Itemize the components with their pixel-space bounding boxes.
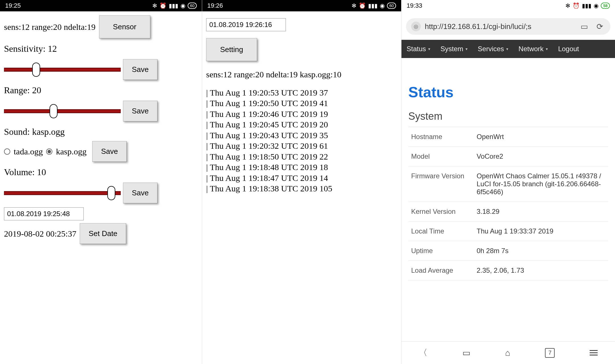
save-range-button[interactable]: Save xyxy=(123,101,157,121)
menu-icon[interactable] xyxy=(590,350,598,355)
battery-badge: 60 xyxy=(188,3,197,9)
save-volume-button[interactable]: Save xyxy=(123,183,157,203)
clock: 19:25 xyxy=(5,2,21,9)
table-key: Kernel Version xyxy=(411,208,477,216)
table-row: Load Average2.35, 2.06, 1.73 xyxy=(408,261,608,280)
reader-icon[interactable]: ▭ xyxy=(578,22,590,31)
log-line: | Thu Aug 1 19:20:53 UTC 2019 37 xyxy=(206,87,397,98)
nav-status[interactable]: Status▾ xyxy=(401,45,435,53)
panel-sensor-config: 19:25 ✻ ⏰ ▮▮▮ ◉ 60 sens:12 range:20 ndel… xyxy=(0,0,202,364)
date-display: 2019-08-02 00:25:37 xyxy=(4,229,76,239)
log-line: | Thu Aug 1 19:18:47 UTC 2019 14 xyxy=(206,173,397,183)
volume-slider[interactable] xyxy=(4,187,121,199)
table-key: Load Average xyxy=(411,266,477,274)
table-value: OpenWrt xyxy=(477,133,605,141)
log-line: | Thu Aug 1 19:18:48 UTC 2019 18 xyxy=(206,162,397,173)
table-row: Kernel Version3.18.29 xyxy=(408,202,608,222)
table-row: Firmware VersionOpenWrt Chaos Calmer 15.… xyxy=(408,166,608,202)
log-line: | Thu Aug 1 19:18:38 UTC 2019 105 xyxy=(206,183,397,194)
status-icons: ✻ ⏰ ▮▮▮ ◉ 60 xyxy=(152,2,197,9)
set-date-button[interactable]: Set Date xyxy=(80,223,126,244)
status-icons: ✻ ⏰ ▮▮▮ ◉ 60 xyxy=(352,2,396,9)
log-line: | Thu Aug 1 19:20:43 UTC 2019 35 xyxy=(206,130,397,141)
table-key: Firmware Version xyxy=(411,172,477,196)
panel-browser: 19:33 ✻ ⏰ ▮▮▮ ◉ 58 ◎ http://192.168.61.1… xyxy=(401,0,615,364)
table-key: Hostname xyxy=(411,133,477,141)
site-icon: ◎ xyxy=(411,22,421,31)
alarm-icon: ⏰ xyxy=(573,2,580,9)
table-row: HostnameOpenWrt xyxy=(408,127,608,147)
nav-services[interactable]: Services▾ xyxy=(473,45,513,53)
radio-tada-label: tada.ogg xyxy=(14,147,43,156)
home-icon[interactable]: ⌂ xyxy=(505,348,510,358)
battery-badge: 60 xyxy=(387,3,396,9)
signal-icon: ▮▮▮ xyxy=(368,2,378,9)
sound-label: Sound: kasp.ogg xyxy=(4,127,198,137)
clock: 19:33 xyxy=(407,2,422,9)
chevron-down-icon: ▾ xyxy=(428,47,430,51)
url-text: http://192.168.61.1/cgi-bin/luci/;s xyxy=(425,22,574,31)
chevron-down-icon: ▾ xyxy=(506,47,508,51)
table-value: 0h 28m 7s xyxy=(477,247,605,255)
sensitivity-label: Sensitivity: 12 xyxy=(4,44,198,54)
radio-kasp[interactable] xyxy=(46,148,52,155)
table-value: 2.35, 2.06, 1.73 xyxy=(477,266,605,274)
system-table: HostnameOpenWrtModelVoCore2Firmware Vers… xyxy=(408,127,608,280)
signal-icon: ▮▮▮ xyxy=(169,2,178,9)
chevron-down-icon: ▾ xyxy=(546,47,548,51)
mid-summary: sens:12 range:20 ndelta:19 kasp.ogg:10 xyxy=(206,69,397,80)
summary-text: sens:12 range:20 ndelta:19 xyxy=(4,22,96,32)
log-line: | Thu Aug 1 19:20:32 UTC 2019 61 xyxy=(206,140,397,151)
alarm-icon: ⏰ xyxy=(159,2,167,9)
log-line: | Thu Aug 1 19:20:45 UTC 2019 20 xyxy=(206,119,397,130)
wifi-icon: ◉ xyxy=(181,2,185,9)
table-value: Thu Aug 1 19:33:37 2019 xyxy=(477,227,605,235)
statusbar-left: 19:25 ✻ ⏰ ▮▮▮ ◉ 60 xyxy=(0,0,202,11)
statusbar-mid: 19:26 ✻ ⏰ ▮▮▮ ◉ 60 xyxy=(202,0,401,11)
date-input[interactable] xyxy=(4,207,84,220)
battery-badge: 58 xyxy=(601,3,610,9)
clock: 19:26 xyxy=(207,2,223,9)
range-slider[interactable] xyxy=(4,106,121,117)
statusbar-right: 19:33 ✻ ⏰ ▮▮▮ ◉ 58 xyxy=(401,0,615,11)
signal-icon: ▮▮▮ xyxy=(582,2,591,9)
tabs-button[interactable]: 7 xyxy=(545,348,555,358)
save-sound-button[interactable]: Save xyxy=(92,141,127,162)
url-bar[interactable]: ◎ http://192.168.61.1/cgi-bin/luci/;s ▭ … xyxy=(406,18,610,35)
reload-icon[interactable]: ⟳ xyxy=(594,22,605,31)
page-title: Status xyxy=(408,84,608,101)
luci-navbar: Status▾ System▾ Services▾ Network▾ Logou… xyxy=(401,40,615,58)
nav-system[interactable]: System▾ xyxy=(435,45,473,53)
log-line: | Thu Aug 1 19:18:50 UTC 2019 22 xyxy=(206,151,397,162)
table-row: ModelVoCore2 xyxy=(408,147,608,166)
sensor-button[interactable]: Sensor xyxy=(99,15,150,38)
wifi-icon: ◉ xyxy=(594,2,598,9)
table-row: Local TimeThu Aug 1 19:33:37 2019 xyxy=(408,222,608,241)
bluetooth-icon: ✻ xyxy=(565,2,570,9)
radio-tada[interactable] xyxy=(4,148,10,155)
back-icon[interactable]: 〈 xyxy=(419,347,427,359)
alarm-icon: ⏰ xyxy=(359,2,366,9)
bluetooth-icon: ✻ xyxy=(352,2,356,9)
table-key: Uptime xyxy=(411,247,477,255)
nav-logout[interactable]: Logout xyxy=(553,45,584,53)
nav-network[interactable]: Network▾ xyxy=(513,45,553,53)
panel-log: 19:26 ✻ ⏰ ▮▮▮ ◉ 60 Setting sens:12 range… xyxy=(202,0,401,364)
chevron-down-icon: ▾ xyxy=(466,47,468,51)
save-sensitivity-button[interactable]: Save xyxy=(123,59,157,80)
log-line: | Thu Aug 1 19:20:46 UTC 2019 19 xyxy=(206,109,397,119)
bookmarks-icon[interactable]: ▭ xyxy=(462,348,470,358)
table-value: VoCore2 xyxy=(477,152,605,160)
mid-date-input[interactable] xyxy=(206,18,286,31)
radio-kasp-label: kasp.ogg xyxy=(56,147,87,156)
setting-button[interactable]: Setting xyxy=(206,38,257,61)
sensitivity-slider[interactable] xyxy=(4,64,121,75)
browser-bottom-bar: 〈 ▭ ⌂ 7 xyxy=(401,341,615,364)
status-icons: ✻ ⏰ ▮▮▮ ◉ 58 xyxy=(565,2,610,9)
table-key: Local Time xyxy=(411,227,477,235)
bluetooth-icon: ✻ xyxy=(152,2,157,9)
log-line: | Thu Aug 1 19:20:50 UTC 2019 41 xyxy=(206,98,397,109)
section-title: System xyxy=(408,110,608,122)
wifi-icon: ◉ xyxy=(380,2,385,9)
table-row: Uptime0h 28m 7s xyxy=(408,241,608,261)
